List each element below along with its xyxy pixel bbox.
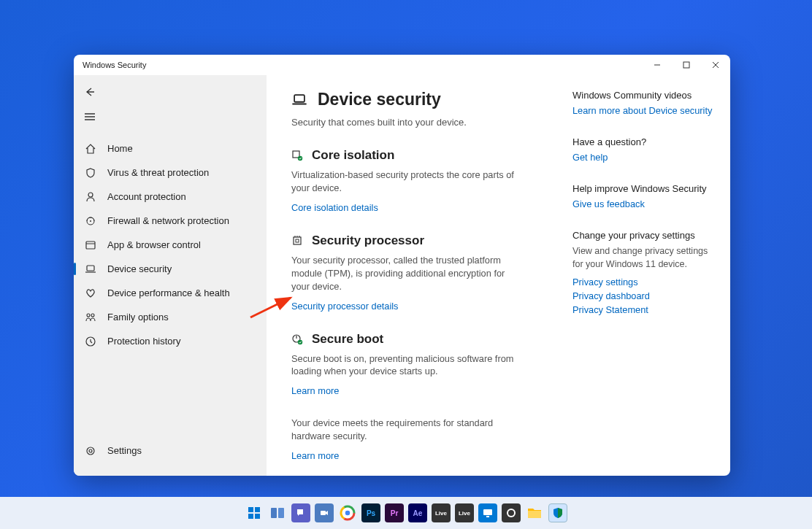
- teams-icon[interactable]: [291, 503, 310, 522]
- section-desc: Secure boot is on, preventing malicious …: [291, 352, 525, 379]
- power-check-icon: [291, 333, 303, 345]
- section-secure-boot: Secure boot Secure boot is on, preventin…: [291, 332, 559, 397]
- obs-icon[interactable]: [502, 503, 521, 522]
- svg-rect-37: [321, 511, 326, 515]
- sidebar-item-label: Settings: [107, 445, 142, 456]
- shield-icon: [84, 166, 97, 179]
- community-link[interactable]: Learn more about Device security: [572, 105, 719, 116]
- sidebar-item-device-security[interactable]: Device security: [74, 257, 267, 281]
- section-desc: Your security processor, called the trus…: [291, 254, 525, 293]
- person-icon: [84, 190, 97, 204]
- section-security-processor: Security processor Your security process…: [291, 233, 559, 312]
- menu-button[interactable]: [74, 104, 267, 129]
- laptop-icon: [84, 263, 97, 276]
- svg-point-47: [508, 510, 514, 516]
- home-icon: [84, 142, 97, 155]
- taskview-button[interactable]: [268, 503, 287, 522]
- svg-rect-45: [486, 516, 489, 517]
- secure-boot-learn-more-link[interactable]: Learn more: [291, 385, 559, 396]
- photoshop-icon[interactable]: Ps: [361, 503, 380, 522]
- svg-rect-23: [296, 239, 299, 242]
- sidebar-item-label: Device security: [107, 263, 172, 274]
- premiere-icon[interactable]: Pr: [385, 503, 404, 522]
- right-head: Change your privacy settings: [572, 230, 719, 241]
- section-desc: Virtualization-based security protects t…: [291, 169, 525, 195]
- chrome-icon[interactable]: [338, 503, 357, 522]
- sidebar-item-label: Home: [107, 143, 133, 154]
- sidebar-item-performance[interactable]: Device performance & health: [74, 281, 267, 305]
- right-column: Windows Community videos Learn more abou…: [572, 90, 719, 467]
- svg-point-21: [298, 156, 302, 161]
- live-icon-1[interactable]: Live: [432, 503, 451, 522]
- privacy-statement-link[interactable]: Privacy Statement: [572, 304, 719, 315]
- maximize-button[interactable]: [672, 55, 701, 75]
- svg-rect-34: [255, 514, 260, 519]
- explorer-icon[interactable]: [525, 503, 544, 522]
- back-button[interactable]: [74, 80, 267, 104]
- security-processor-details-link[interactable]: Security processor details: [291, 301, 559, 312]
- right-head: Help improve Windows Security: [572, 183, 719, 194]
- get-help-link[interactable]: Get help: [572, 152, 719, 163]
- sidebar-item-label: Firewall & network protection: [107, 215, 229, 226]
- processor-icon: [291, 235, 303, 247]
- camera-icon[interactable]: [315, 503, 334, 522]
- sidebar-item-label: Device performance & health: [107, 287, 230, 298]
- svg-rect-35: [271, 508, 277, 518]
- main-content: Device security Security that comes buil…: [291, 90, 572, 467]
- svg-point-13: [87, 314, 90, 317]
- right-head: Have a question?: [572, 136, 719, 147]
- sidebar-item-app-browser[interactable]: App & browser control: [74, 233, 267, 257]
- sidebar-item-family[interactable]: Family options: [74, 305, 267, 329]
- back-arrow-icon: [84, 86, 96, 98]
- sidebar-item-home[interactable]: Home: [74, 136, 267, 161]
- svg-point-8: [90, 220, 91, 222]
- laptop-icon: [291, 92, 307, 108]
- sidebar-item-account[interactable]: Account protection: [74, 185, 267, 209]
- feedback-link[interactable]: Give us feedback: [572, 198, 719, 209]
- window-title: Windows Security: [83, 61, 146, 69]
- section-core-isolation: Core isolation Virtualization-based secu…: [291, 148, 559, 213]
- sidebar-item-label: Virus & threat protection: [107, 167, 209, 178]
- privacy-dashboard-link[interactable]: Privacy dashboard: [572, 290, 719, 301]
- aftereffects-icon[interactable]: Ae: [408, 503, 427, 522]
- section-title: Security processor: [312, 233, 424, 248]
- svg-point-17: [89, 449, 92, 452]
- page-subtitle: Security that comes built into your devi…: [291, 117, 559, 128]
- app-window: Windows Security Home Virus & thre: [74, 55, 730, 476]
- svg-rect-31: [248, 507, 253, 512]
- svg-rect-32: [255, 507, 260, 512]
- monitor-icon[interactable]: [478, 503, 497, 522]
- sidebar-item-settings[interactable]: Settings: [74, 439, 267, 463]
- hamburger-icon: [84, 111, 96, 123]
- security-icon[interactable]: [548, 503, 567, 522]
- sidebar-item-label: Protection history: [107, 336, 180, 347]
- page-title: Device security: [318, 90, 441, 109]
- section-title: Core isolation: [312, 148, 394, 163]
- wifi-icon: [84, 215, 97, 228]
- svg-rect-33: [248, 514, 253, 519]
- svg-point-29: [298, 339, 302, 344]
- svg-rect-36: [278, 508, 284, 518]
- svg-rect-11: [87, 266, 94, 271]
- section-title: Secure boot: [312, 332, 383, 347]
- privacy-settings-link[interactable]: Privacy settings: [572, 277, 719, 287]
- family-icon: [84, 311, 97, 324]
- live-icon-2[interactable]: Live: [455, 503, 474, 522]
- sidebar-item-virus[interactable]: Virus & threat protection: [74, 161, 267, 185]
- svg-rect-20: [293, 151, 299, 158]
- sidebar-item-history[interactable]: Protection history: [74, 329, 267, 353]
- close-button[interactable]: [701, 55, 730, 75]
- sidebar-item-firewall[interactable]: Firewall & network protection: [74, 209, 267, 233]
- minimize-button[interactable]: [643, 55, 672, 75]
- right-text: View and change privacy settings for you…: [572, 245, 719, 271]
- core-isolation-details-link[interactable]: Core isolation details: [291, 202, 559, 213]
- svg-rect-1: [683, 62, 689, 68]
- start-button[interactable]: [245, 503, 264, 522]
- svg-rect-9: [86, 242, 95, 249]
- footer-learn-more-link[interactable]: Learn more: [291, 450, 559, 461]
- section-footer: Your device meets the requirements for s…: [291, 417, 559, 461]
- sidebar: Home Virus & threat protection Account p…: [74, 75, 267, 476]
- taskbar: Ps Pr Ae Live Live: [0, 497, 812, 529]
- titlebar: Windows Security: [74, 55, 730, 75]
- gear-icon: [84, 444, 97, 457]
